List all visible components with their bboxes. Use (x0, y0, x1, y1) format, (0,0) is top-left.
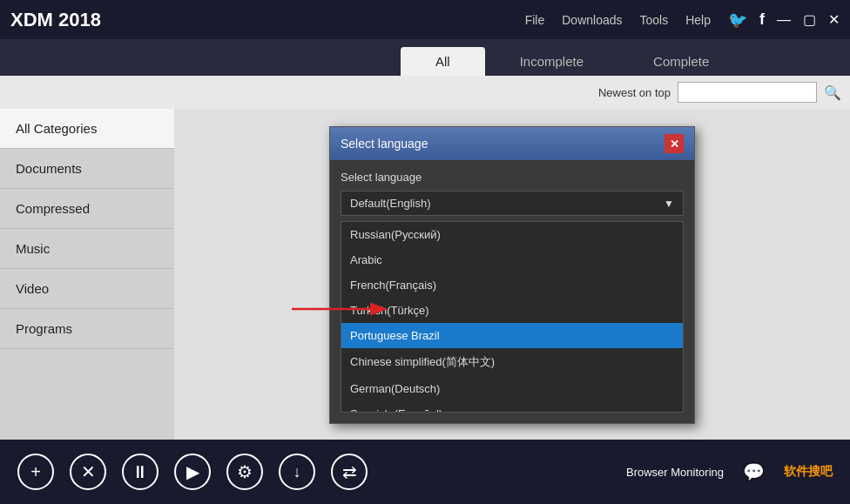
newest-on-top-label: Newest on top (598, 86, 671, 99)
language-dropdown[interactable]: Default(English) ▼ (341, 191, 684, 216)
top-bar: XDM 2018 File Downloads Tools Help 🐦 f —… (0, 0, 850, 39)
sidebar-item-documents[interactable]: Documents (0, 149, 174, 189)
dialog-overlay: Select language ✕ Select language Defaul… (174, 109, 850, 440)
play-button[interactable]: ▶ (174, 454, 211, 490)
sidebar-item-compressed[interactable]: Compressed (0, 189, 174, 229)
facebook-icon[interactable]: f (759, 10, 765, 29)
twitter-icon[interactable]: 🐦 (728, 10, 747, 30)
download-button[interactable]: ↓ (279, 454, 315, 490)
dropdown-default-text: Default(English) (350, 197, 431, 210)
lang-arabic[interactable]: Arabic (341, 247, 683, 272)
transfer-button[interactable]: ⇄ (331, 454, 368, 490)
chevron-down-icon: ▼ (664, 198, 674, 210)
wechat-icon: 💬 (743, 461, 765, 482)
content-area: Select language ✕ Select language Defaul… (174, 109, 850, 440)
download-icon: ↓ (293, 463, 301, 481)
settings-button[interactable]: ⚙ (226, 454, 263, 490)
sidebar-item-all-categories[interactable]: All Categories (0, 109, 174, 149)
lang-chinese-simplified[interactable]: Chinese simplified(简体中文) (341, 348, 683, 376)
dialog-close-button[interactable]: ✕ (664, 134, 684, 153)
menu-tools[interactable]: Tools (640, 13, 669, 27)
window-controls: 🐦 f — ▢ ✕ (728, 10, 840, 30)
menu-help[interactable]: Help (685, 13, 711, 27)
play-icon: ▶ (186, 461, 199, 482)
add-button[interactable]: + (17, 454, 54, 490)
transfer-icon: ⇄ (342, 461, 357, 482)
dialog-title: Select language (341, 137, 428, 151)
tab-all[interactable]: All (401, 47, 485, 76)
lang-russian[interactable]: Russian(Русский) (341, 222, 683, 247)
app-title: XDM 2018 (10, 9, 101, 31)
sidebar: All Categories Documents Compressed Musi… (0, 109, 174, 440)
pause-button[interactable]: ⏸ (122, 454, 159, 490)
menu-file[interactable]: File (525, 13, 545, 27)
menu-bar: File Downloads Tools Help (525, 13, 711, 27)
cancel-button[interactable]: ✕ (70, 454, 106, 490)
sidebar-item-video[interactable]: Video (0, 269, 174, 309)
sidebar-item-music[interactable]: Music (0, 229, 174, 269)
sidebar-item-programs[interactable]: Programs (0, 309, 174, 349)
lang-turkish[interactable]: Turkish(Türkçe) (341, 298, 683, 323)
browser-monitoring-label: Browser Monitoring (626, 466, 724, 479)
lang-portuguese-brazil[interactable]: Portuguese Brazil (341, 323, 683, 348)
language-list: Russian(Русский) Arabic French(Français)… (341, 221, 684, 413)
minimize-icon[interactable]: — (777, 12, 791, 28)
dialog-title-bar: Select language ✕ (330, 127, 694, 160)
search-bar: Newest on top 🔍 (0, 76, 850, 109)
cancel-icon: ✕ (81, 461, 96, 482)
lang-german[interactable]: German(Deutsch) (341, 376, 683, 401)
search-icon[interactable]: 🔍 (824, 84, 841, 101)
lang-spanish[interactable]: Spanish (Español) (341, 401, 683, 413)
tab-incomplete[interactable]: Incomplete (485, 47, 618, 76)
add-icon: + (30, 462, 41, 482)
main-area: All Categories Documents Compressed Musi… (0, 109, 850, 440)
bottom-bar: + ✕ ⏸ ▶ ⚙ ↓ ⇄ Browser Monitoring 💬 软件搜吧 (0, 440, 850, 504)
lang-french[interactable]: French(Français) (341, 272, 683, 298)
tab-bar: All Incomplete Complete (0, 39, 850, 76)
search-input[interactable] (678, 82, 817, 103)
dialog-body: Select language Default(English) ▼ Russi… (330, 160, 694, 423)
close-icon[interactable]: ✕ (828, 11, 840, 28)
brand-label: 软件搜吧 (784, 464, 833, 480)
gear-icon: ⚙ (237, 461, 253, 482)
select-language-dialog: Select language ✕ Select language Defaul… (329, 126, 695, 424)
pause-icon: ⏸ (132, 462, 149, 482)
tab-complete[interactable]: Complete (618, 47, 744, 76)
menu-downloads[interactable]: Downloads (562, 13, 622, 27)
dialog-body-label: Select language (341, 171, 684, 184)
maximize-icon[interactable]: ▢ (803, 11, 816, 28)
